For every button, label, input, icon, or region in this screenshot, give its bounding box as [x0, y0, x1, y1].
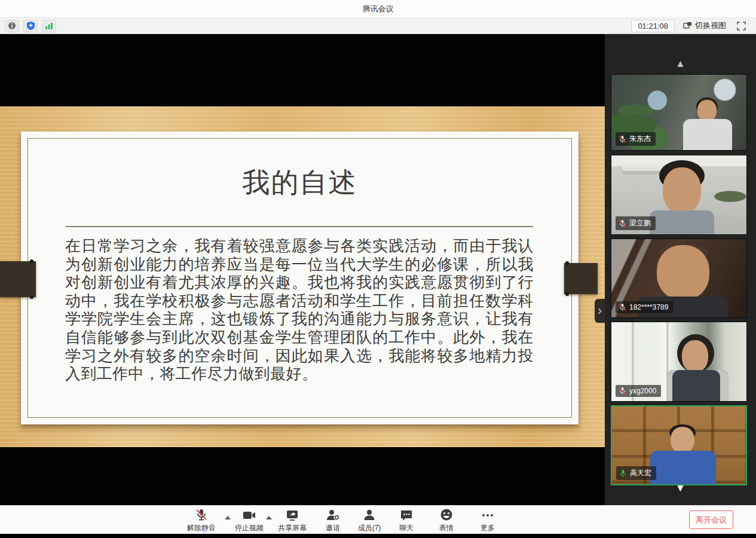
invite-button[interactable]: 邀请 — [315, 508, 351, 533]
bottom-toolbar: 解除静音 停止视频 共享屏幕 邀请 成员(7) 聊天 表情 — [0, 505, 756, 534]
invite-person-icon — [325, 508, 341, 522]
shared-screen: 我的自述 在日常学习之余，我有着较强意愿参与各类实践活动，而由于我认为创新创业能… — [0, 34, 605, 505]
camera-icon — [241, 508, 257, 522]
more-label: 更多 — [480, 523, 495, 533]
switch-view-label: 切换视图 — [695, 20, 726, 31]
scroll-up-button[interactable]: ▲ — [605, 58, 756, 70]
switch-view-icon — [683, 22, 692, 30]
participant-name-label: 182****3789 — [616, 301, 673, 313]
share-screen-label: 共享屏幕 — [278, 523, 307, 533]
security-button[interactable] — [23, 20, 38, 32]
participant-name: 高天宏 — [630, 468, 651, 478]
leave-meeting-label: 离开会议 — [696, 515, 727, 525]
slide-title: 我的自述 — [21, 164, 579, 201]
participant-name-label: yxg2000 — [616, 385, 661, 397]
more-dots-icon — [480, 508, 495, 522]
chat-button[interactable]: 聊天 — [388, 508, 424, 533]
shield-plus-icon — [27, 22, 35, 30]
share-screen-button[interactable]: 共享屏幕 — [274, 508, 310, 533]
meeting-window: 腾讯会议 01:21:08 切换视图 — [0, 0, 756, 538]
emoji-label: 表情 — [439, 523, 454, 533]
mic-muted-icon — [619, 219, 626, 228]
fullscreen-icon — [737, 22, 746, 30]
mic-muted-icon — [194, 508, 209, 522]
participant-silhouette — [646, 164, 718, 235]
participant-video-5-speaking[interactable]: 高天宏 — [611, 405, 747, 485]
fullscreen-button[interactable] — [734, 19, 748, 32]
chat-icon — [399, 508, 414, 522]
audio-options-caret[interactable] — [225, 516, 231, 519]
meeting-info-button[interactable] — [5, 20, 19, 32]
window-titlebar: 腾讯会议 — [0, 0, 756, 18]
mic-muted-icon — [619, 135, 626, 143]
chevron-up-icon: ▲ — [675, 58, 685, 69]
slide-divider — [66, 226, 533, 227]
more-button[interactable]: 更多 — [470, 508, 506, 533]
scroll-down-button[interactable]: ▼ — [605, 482, 756, 494]
participant-name-label: 高天宏 — [616, 466, 656, 480]
unmute-button[interactable]: 解除静音 — [183, 508, 219, 533]
chevron-right-icon: › — [598, 304, 602, 317]
share-screen-icon — [284, 508, 300, 522]
network-quality-button[interactable] — [42, 20, 56, 32]
stop-video-label: 停止视频 — [235, 523, 264, 533]
members-label: 成员(7) — [358, 523, 381, 533]
slide-body-text: 在日常学习之余，我有着较强意愿参与各类实践活动，而由于我认为创新创业能力的培养应… — [65, 237, 534, 383]
slide-left-clip — [0, 261, 36, 297]
invite-label: 邀请 — [326, 523, 340, 533]
members-button[interactable]: 成员(7) — [351, 508, 387, 533]
participant-name-label: 梁立鹏 — [616, 216, 656, 230]
stop-video-button[interactable]: 停止视频 — [231, 508, 267, 533]
participant-silhouette — [682, 100, 736, 151]
video-options-caret[interactable] — [266, 516, 272, 519]
chevron-down-icon: ▼ — [675, 482, 685, 494]
members-icon — [362, 508, 377, 522]
info-icon — [8, 22, 16, 30]
status-bar: 01:21:08 切换视图 — [0, 18, 756, 34]
mic-muted-icon — [619, 387, 626, 395]
participant-name: 182****3789 — [629, 303, 668, 311]
meeting-timer: 01:21:08 — [631, 20, 675, 32]
participant-video-3[interactable]: 182****3789 — [611, 239, 747, 318]
main-area: 我的自述 在日常学习之余，我有着较强意愿参与各类实践活动，而由于我认为创新创业能… — [0, 34, 756, 505]
participant-video-1[interactable]: 朱东杰 — [611, 74, 747, 151]
switch-view-button[interactable]: 切换视图 — [683, 20, 726, 31]
participant-silhouette — [666, 337, 732, 402]
participant-name: 朱东杰 — [629, 134, 651, 144]
slide-background: 我的自述 在日常学习之余，我有着较强意愿参与各类实践活动，而由于我认为创新创业能… — [0, 106, 605, 447]
unmute-label: 解除静音 — [187, 523, 216, 533]
slide-right-clip — [564, 263, 598, 294]
chat-label: 聊天 — [399, 523, 414, 533]
mic-muted-icon — [619, 303, 626, 311]
leave-meeting-button[interactable]: 离开会议 — [689, 511, 733, 529]
participant-name: 梁立鹏 — [629, 218, 651, 228]
participant-name: yxg2000 — [629, 387, 656, 395]
next-slide-button[interactable]: › — [595, 299, 605, 323]
window-title: 腾讯会议 — [363, 4, 394, 14]
mic-active-icon — [619, 469, 627, 478]
bottom-black-strip — [0, 534, 756, 538]
slide-paper: 我的自述 在日常学习之余，我有着较强意愿参与各类实践活动，而由于我认为创新创业能… — [21, 132, 579, 424]
participant-video-4[interactable]: yxg2000 — [611, 322, 747, 402]
emoji-smiley-icon — [439, 508, 454, 522]
signal-bars-icon — [45, 22, 53, 30]
emoji-button[interactable]: 表情 — [428, 508, 464, 533]
participant-video-2[interactable]: 梁立鹏 — [611, 155, 747, 235]
participants-panel: ▲ 朱东杰 梁立鹏 — [605, 34, 756, 505]
participant-silhouette — [650, 427, 716, 485]
participant-name-label: 朱东杰 — [616, 132, 656, 146]
